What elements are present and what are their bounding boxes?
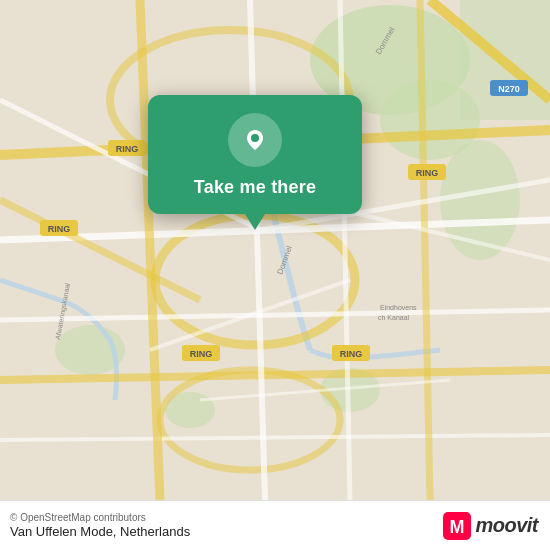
svg-text:RING: RING — [416, 168, 439, 178]
map-view: RING RING RING RING RING N270 Dommel Ein… — [0, 0, 550, 500]
take-me-there-button[interactable]: Take me there — [194, 177, 316, 198]
location-name: Van Uffelen Mode, Netherlands — [10, 524, 190, 539]
svg-text:ch Kanaal: ch Kanaal — [378, 314, 410, 321]
svg-point-49 — [251, 134, 259, 142]
svg-text:RING: RING — [340, 349, 363, 359]
location-icon-wrapper — [228, 113, 282, 167]
svg-text:RING: RING — [48, 224, 71, 234]
bottom-info: © OpenStreetMap contributors Van Uffelen… — [10, 512, 190, 539]
moovit-icon: M — [443, 512, 471, 540]
svg-text:N270: N270 — [498, 84, 520, 94]
location-pin-icon — [241, 126, 269, 154]
svg-text:Eindhovens: Eindhovens — [380, 304, 417, 311]
moovit-text: moovit — [475, 514, 538, 537]
popup-card[interactable]: Take me there — [148, 95, 362, 214]
svg-text:RING: RING — [190, 349, 213, 359]
moovit-logo: M moovit — [443, 512, 538, 540]
svg-text:RING: RING — [116, 144, 139, 154]
bottom-bar: © OpenStreetMap contributors Van Uffelen… — [0, 500, 550, 550]
copyright-text: © OpenStreetMap contributors — [10, 512, 190, 523]
